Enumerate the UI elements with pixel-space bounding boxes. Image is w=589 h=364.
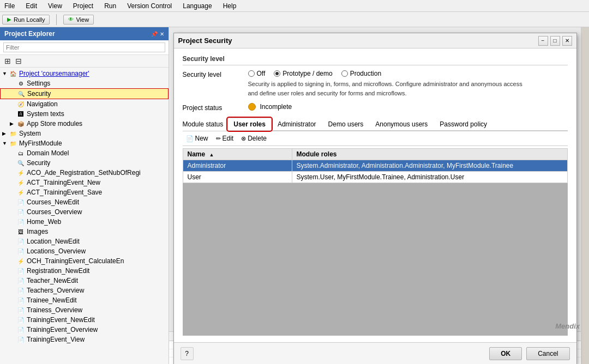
radio-off-circle [248,70,255,77]
tree-item-trainess-overview[interactable]: 📄 Trainess_Overview [0,305,169,315]
tree-item-trainee-newedit[interactable]: 📄 Trainee_NewEdit [0,295,169,305]
expand-arrow-security2 [10,160,15,166]
tree-item-myfirstmodule[interactable]: ▼ 📁 MyFirstModule [0,138,169,148]
tree-item-trainingevent-overview[interactable]: 📄 TrainingEvent_Overview [0,325,169,335]
col-header-module-roles: Module roles [292,149,567,160]
close-explorer-icon[interactable]: ✕ [160,31,164,37]
right-strip-scrollbar[interactable] [581,27,589,364]
act-new-label: ACT_TrainingEvent_New [27,179,100,186]
tree-item-system[interactable]: ▶ 📁 System [0,129,169,138]
menu-language[interactable]: Language [181,2,214,10]
trainingevent-overview-label: TrainingEvent_Overview [27,326,98,333]
menu-run[interactable]: Run [102,2,118,10]
radio-production-circle [341,70,348,77]
page-icon-locations-overview: 📄 [16,247,25,256]
collapse-all-icon[interactable]: ⊟ [14,57,23,65]
view-button[interactable]: 👁 View [63,15,94,25]
menu-help[interactable]: Help [221,2,239,10]
tab-demo-users[interactable]: Demo users [322,118,370,131]
tab-anonymous-users[interactable]: Anonymous users [369,118,434,131]
menu-project[interactable]: Project [71,2,95,10]
radio-production[interactable]: Production [341,70,381,77]
page-icon-courses-newedit: 📄 [16,198,25,207]
tree-item-locations-overview[interactable]: 📄 Locations_Overview [0,246,169,256]
tree-item-security2[interactable]: 🔍 Security [0,158,169,168]
tree-item-project-root[interactable]: ▼ 🏠 Project 'coursemanager' [0,69,169,78]
tree-item-act-new[interactable]: ⚡ ACT_TrainingEvent_New [0,178,169,187]
menu-view[interactable]: View [46,2,64,10]
page-icon-teachers-overview: 📄 [16,286,25,295]
filter-input[interactable] [3,43,165,52]
expand-arrow-act-save [10,190,15,195]
expand-all-icon[interactable]: ⊞ [3,57,12,65]
explorer-actions: ⊞ ⊟ [0,55,169,68]
edit-icon: ✏ [216,135,221,142]
tree-item-act-save[interactable]: ⚡ ACT_TrainingEvent_Save [0,187,169,197]
page-icon-registration: 📄 [16,266,25,275]
tab-user-roles[interactable]: User roles [227,118,272,131]
expand-arrow-registration [10,268,15,274]
tree-item-courses-newedit[interactable]: 📄 Courses_NewEdit [0,197,169,207]
new-button[interactable]: 📄 New [183,134,212,143]
table-header-row: Name ▲ Module roles [183,149,567,160]
tree-item-och-training[interactable]: ⚡ OCH_TrainingEvent_CalculateEn [0,256,169,266]
navigation-icon: 🧭 [16,100,25,108]
radio-production-label: Production [350,70,381,77]
tree-item-system-texts[interactable]: 🅰 System texts [0,109,169,119]
menu-edit[interactable]: Edit [23,2,39,10]
system-label: System [19,130,41,137]
admin-name-cell: Administrator [183,160,292,172]
delete-button[interactable]: ⊗ Delete [238,134,270,143]
trainingevent-newedit-label: TrainingEvent_NewEdit [27,316,95,324]
tree-item-registration-newedit[interactable]: 📄 Registration_NewEdit [0,266,169,276]
table-row-admin[interactable]: Administrator System.Administrator, Admi… [183,160,567,172]
dialog-restore-button[interactable]: □ [550,36,560,46]
menu-file[interactable]: File [2,2,17,10]
tree-item-location-newedit[interactable]: 📄 Location_NewEdit [0,236,169,246]
security2-label: Security [27,159,50,167]
table-toolbar: 📄 New ✏ Edit ⊗ Delete [183,131,568,146]
help-button[interactable]: ? [181,347,194,360]
tree-item-teacher-newedit[interactable]: 📄 Teacher_NewEdit [0,276,169,286]
tab-administrator[interactable]: Administrator [272,118,322,131]
dialog-close-button[interactable]: ✕ [562,36,572,46]
tree-item-trainingevent-newedit[interactable]: 📄 TrainingEvent_NewEdit [0,315,169,325]
dialog-minimize-button[interactable]: − [538,36,548,46]
status-dot [248,103,256,111]
radio-off[interactable]: Off [248,70,266,77]
tree-item-images[interactable]: 🖼 Images [0,227,169,236]
tab-password-policy[interactable]: Password policy [434,118,493,131]
expand-arrow-system: ▶ [2,131,8,136]
tree-item-navigation[interactable]: 🧭 Navigation [0,99,169,109]
menu-version-control[interactable]: Version Control [125,2,174,10]
expand-arrow-courses-overview [10,209,15,215]
tree-item-settings[interactable]: ⚙ Settings [0,78,169,88]
locations-overview-label: Locations_Overview [27,247,86,255]
tree-item-teachers-overview[interactable]: 📄 Teachers_Overview [0,286,169,295]
tree-item-app-store[interactable]: ▶ 📦 App Store modules [0,119,169,129]
tree-item-aco-reg[interactable]: ⚡ ACO_Ade_Registration_SetNubOfRegi [0,168,169,178]
project-status-label: Project status [183,103,248,112]
table-row-user[interactable]: User System.User, MyFirstModule.Trainee,… [183,172,567,183]
run-locally-button[interactable]: ▶ Run Locally [2,15,50,25]
delete-icon: ⊗ [241,135,246,142]
menu-bar: File Edit View Project Run Version Contr… [0,0,589,12]
pin-icon[interactable]: 📌 [151,31,158,37]
edit-button[interactable]: ✏ Edit [213,134,237,143]
project-status-control: Incomplete [248,103,568,111]
radio-prototype[interactable]: Prototype / demo [274,70,332,77]
tree-item-home-web[interactable]: 📄 Home_Web [0,217,169,227]
cancel-button[interactable]: Cancel [526,347,569,360]
tree-item-courses-overview[interactable]: 📄 Courses_Overview [0,207,169,217]
tree-item-trainingevent-view[interactable]: 📄 TrainingEvent_View [0,335,169,344]
expand-arrow-te-overview [10,327,15,332]
ok-button[interactable]: OK [489,347,522,360]
location-newedit-label: Location_NewEdit [27,238,80,245]
expand-arrow-myfirstmodule: ▼ [2,141,8,146]
tab-anonymous-users-label: Anonymous users [375,120,428,128]
tree-item-domain-model[interactable]: 🗂 Domain Model [0,148,169,158]
expand-arrow-settings [10,81,15,86]
run-locally-label: Run Locally [14,16,45,23]
navigation-label: Navigation [27,100,58,108]
tree-item-security-selected[interactable]: 🔍 Security [0,88,169,99]
